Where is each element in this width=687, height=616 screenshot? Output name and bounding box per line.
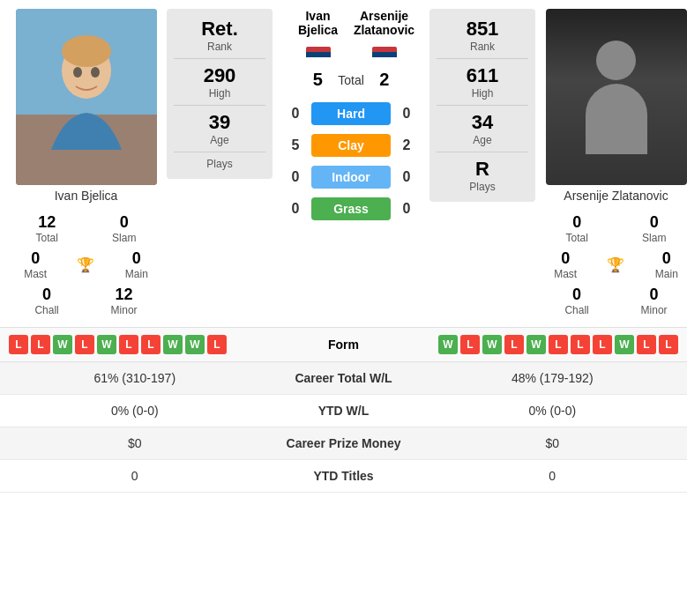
left-rank-stat: Ret. Rank [201,18,238,53]
right-age-value: 34 [472,111,493,134]
form-badge-l: L [207,335,227,354]
right-rank-label: Rank [467,41,499,53]
right-player-block: Arsenije Zlatanovic 0 Total 0 Slam 0 [539,9,687,318]
stats-row-center-1: YTD W/L [256,404,432,418]
left-player-name: Ivan Bjelica [53,189,120,203]
stats-rows: 61% (310-197) Career Total W/L 48% (179-… [0,361,687,493]
indoor-right: 0 [398,169,415,185]
form-badge-l: L [593,335,612,354]
right-chall-value: 0 [572,286,581,304]
left-high-label: High [204,87,236,100]
left-minor-label: Minor [111,304,138,316]
form-badge-l: L [504,335,524,354]
left-minor-stat: 12 Minor [111,286,138,316]
left-mast-value: 0 [31,249,40,268]
left-name-top: Ivan Bjelica [285,9,351,63]
svg-point-5 [91,67,100,78]
stats-row-3: 0 YTD Titles 0 [0,460,687,493]
left-divider-3 [174,152,265,152]
right-rank-value: 851 [467,18,499,41]
total-left: 5 [304,70,331,90]
right-plays-stat: R Plays [469,158,495,193]
indoor-row: 0 Indoor 0 [287,166,415,189]
form-label: Form [291,338,397,352]
form-badge-l: L [75,335,94,354]
form-badge-l: L [119,335,138,354]
left-player-block: Ivan Bjelica 12 Total 0 Slam 0 M [9,9,163,318]
right-total-value: 0 [572,213,581,232]
left-chall-value: 0 [42,286,51,304]
left-name-display: Ivan Bjelica [285,9,351,37]
hard-left: 0 [287,106,304,122]
form-badge-l: L [9,335,28,354]
silhouette-head [596,41,636,80]
right-main-label: Main [655,268,678,280]
stats-row-left-0: 61% (310-197) [14,371,256,385]
right-slam-stat: 0 Slam [642,213,666,244]
right-plays-label: Plays [469,181,495,193]
form-badge-l: L [460,335,480,354]
stats-row-right-3: 0 [432,469,674,483]
clay-button[interactable]: Clay [311,134,391,157]
right-mid-panel: 851 Rank 611 High 34 Age R Plays [429,9,535,202]
right-age-stat: 34 Age [472,111,493,146]
stats-row-right-1: 0% (0-0) [432,404,674,418]
left-total-stat: 12 Total [36,213,58,244]
left-slam-value: 0 [120,213,129,232]
indoor-button[interactable]: Indoor [311,166,391,189]
left-plays-stat: Plays [206,158,232,170]
svg-point-4 [73,67,82,78]
hard-button[interactable]: Hard [311,102,391,125]
right-age-label: Age [472,134,493,146]
right-mast-label: Mast [554,268,577,280]
left-divider-2 [174,105,265,106]
left-flag [285,40,351,63]
left-age-value: 39 [209,111,230,134]
left-plays-label: Plays [206,158,232,170]
player-names-row: Ivan Bjelica Arsenije Zlatanovic [285,9,417,63]
total-label: Total [338,73,364,87]
hard-right: 0 [398,106,415,122]
hard-row: 0 Hard 0 [287,102,415,125]
left-divider-1 [174,58,265,59]
left-main-label: Main [125,268,148,280]
right-plays-value: R [469,158,495,181]
left-high-value: 290 [204,64,236,87]
right-slam-value: 0 [650,213,659,232]
left-chall-stat: 0 Chall [34,286,58,316]
right-divider-3 [437,152,528,152]
stats-row-0: 61% (310-197) Career Total W/L 48% (179-… [0,362,687,395]
left-chall-label: Chall [34,304,58,316]
right-mast-value: 0 [561,249,570,268]
svg-point-3 [62,35,111,67]
right-chall-label: Chall [564,304,588,316]
stats-row-left-1: 0% (0-0) [14,404,256,418]
stats-row-right-2: $0 [432,436,674,450]
top-area: Ivan Bjelica 12 Total 0 Slam 0 M [0,0,687,327]
left-mid-panel: Ret. Rank 290 High 39 Age Plays [167,9,273,179]
left-age-label: Age [209,134,230,146]
grass-row: 0 Grass 0 [287,197,415,220]
stats-row-right-0: 48% (179-192) [432,371,674,385]
left-trophy-icon: 🏆 [77,256,94,273]
stats-row-left-2: $0 [14,436,256,450]
form-badge-w: W [53,335,72,354]
right-trophy-icon: 🏆 [607,256,624,273]
stats-row-center-2: Career Prize Money [256,436,432,450]
grass-button[interactable]: Grass [311,197,391,220]
right-chall-stat: 0 Chall [564,286,588,316]
form-badge-l: L [141,335,161,354]
right-name-display: Arsenije Zlatanovic [351,9,417,37]
left-high-stat: 290 High [204,64,236,100]
left-player-image [16,9,157,185]
left-main-value: 0 [132,249,141,268]
grass-right: 0 [398,201,415,217]
right-main-value: 0 [662,249,671,268]
left-form-badges: LLWLWLLWWL [9,335,291,354]
right-slam-label: Slam [642,232,666,244]
right-flag [351,40,417,63]
right-high-value: 611 [467,64,499,87]
form-badge-l: L [31,335,50,354]
right-high-label: High [467,87,499,100]
right-player-photo [546,9,687,185]
